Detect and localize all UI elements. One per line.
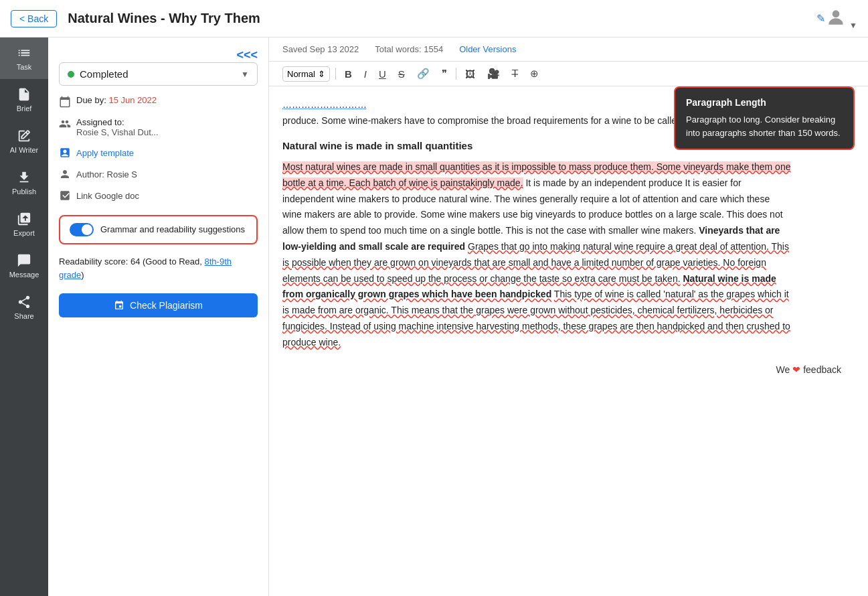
sidebar-share-label: Share	[14, 312, 33, 320]
assigned-names: Rosie S, Vishal Dut...	[76, 127, 159, 137]
italic-button[interactable]: I	[361, 66, 370, 82]
link-gdoc-label: Link Google doc	[76, 191, 139, 201]
check-plagiarism-label: Check Plagiarism	[130, 300, 203, 311]
feedback-text: feedback	[803, 364, 841, 375]
editor-area[interactable]: Paragraph Length Paragraph too long. Con…	[269, 86, 868, 596]
sidebar-item-export[interactable]: Export	[0, 204, 48, 245]
toggle-knob	[82, 224, 92, 235]
due-by-row: Due by: 15 Jun 2022	[59, 95, 258, 108]
sidebar-brief-label: Brief	[17, 104, 32, 113]
sidebar-icons: Task Brief AI Writer Publish Export Mess…	[0, 38, 48, 596]
readability-score: Readability score: 64 (Good to Read, 8th…	[59, 255, 258, 281]
collapse-button[interactable]: <<<	[236, 48, 258, 62]
image-button[interactable]: 🖼	[462, 66, 479, 82]
style-label: Normal	[287, 69, 315, 79]
sidebar-export-label: Export	[13, 229, 35, 237]
assigned-row: Assigned to: Rosie S, Vishal Dut...	[59, 117, 258, 137]
toolbar-divider	[335, 68, 336, 80]
editor-toolbar: Normal ⇕ B I U S 🔗 ❞ 🖼 🎥 T̶ ⊕	[269, 62, 868, 86]
link-gdoc[interactable]: Link Google doc	[59, 190, 258, 202]
sidebar-message-label: Message	[9, 271, 39, 279]
back-label: < Back	[19, 13, 48, 24]
grammar-toggle-box: Grammar and readability suggestions	[59, 215, 258, 244]
user-avatar[interactable]: ▼	[825, 7, 857, 31]
total-words: Total words: 1554	[375, 44, 443, 54]
tooltip-title: Paragraph Length	[686, 97, 843, 108]
sidebar-publish-label: Publish	[12, 188, 36, 196]
toolbar-divider2	[456, 68, 456, 80]
bold-button[interactable]: B	[341, 66, 355, 82]
people-icon	[59, 118, 71, 130]
format-clear-button[interactable]: T̶	[509, 66, 521, 82]
paragraph-length-tooltip: Paragraph Length Paragraph too long. Con…	[674, 86, 855, 150]
sidebar-task-label: Task	[17, 63, 32, 71]
saved-date: Saved Sep 13 2022	[282, 44, 359, 54]
sidebar-item-share[interactable]: Share	[0, 287, 48, 328]
top-header: < Back Natural Wines - Why Try Them ✎ ▼	[0, 0, 868, 38]
readability-label: Readability score:	[59, 256, 128, 267]
heart-icon: ❤	[792, 364, 800, 375]
style-arrows: ⇕	[318, 69, 325, 79]
quote-button[interactable]: ❞	[438, 66, 450, 82]
chevron-down-icon: ▼	[241, 70, 249, 79]
status-dot	[68, 71, 74, 78]
older-versions-link[interactable]: Older Versions	[459, 44, 516, 54]
page-title: Natural Wines - Why Try Them	[68, 11, 812, 26]
sidebar-item-ai-writer[interactable]: AI Writer	[0, 121, 48, 162]
right-content: Saved Sep 13 2022 Total words: 1554 Olde…	[269, 38, 868, 596]
sidebar-aiwriter-label: AI Writer	[10, 146, 39, 154]
grammar-toggle[interactable]	[70, 223, 94, 236]
we-text: We	[776, 364, 790, 375]
left-panel: <<< Completed ▼ Due by: 15 Jun 2022 Assi…	[48, 38, 269, 596]
back-button[interactable]: < Back	[11, 10, 57, 27]
apply-template[interactable]: Apply template	[59, 147, 258, 159]
sidebar-item-publish[interactable]: Publish	[0, 162, 48, 204]
video-button[interactable]: 🎥	[484, 66, 503, 82]
sidebar-item-brief[interactable]: Brief	[0, 79, 48, 121]
due-date: 15 Jun 2022	[108, 95, 157, 105]
link-button[interactable]: 🔗	[414, 66, 433, 82]
editor-meta: Saved Sep 13 2022 Total words: 1554 Olde…	[269, 38, 868, 62]
style-select[interactable]: Normal ⇕	[282, 66, 330, 82]
we-feedback[interactable]: We ❤ feedback	[282, 359, 855, 380]
status-label: Completed	[80, 68, 236, 80]
sidebar-item-message[interactable]: Message	[0, 245, 48, 287]
author-icon	[59, 168, 71, 180]
template-icon	[59, 147, 71, 159]
check-plagiarism-button[interactable]: Check Plagiarism	[59, 293, 258, 317]
author-label: Author: Rosie S	[76, 169, 137, 179]
gdoc-icon	[59, 190, 71, 202]
main-paragraph: Most natural wines are made in small qua…	[282, 159, 791, 351]
underline-button[interactable]: U	[375, 66, 389, 82]
strikethrough-button[interactable]: S	[395, 66, 408, 82]
tooltip-body: Paragraph too long. Consider breaking in…	[686, 113, 843, 139]
due-by-label: Due by:	[76, 95, 106, 105]
calendar-icon	[59, 96, 71, 108]
svg-point-0	[832, 10, 839, 17]
sidebar-item-task[interactable]: Task	[0, 38, 48, 79]
author-row: Author: Rosie S	[59, 168, 258, 180]
readability-value: 64 (Good to Read,	[131, 256, 205, 267]
edit-icon[interactable]: ✎	[816, 12, 825, 25]
insert-button[interactable]: ⊕	[527, 66, 542, 82]
grammar-toggle-label: Grammar and readability suggestions	[100, 224, 245, 236]
apply-template-label: Apply template	[76, 148, 134, 158]
plagiarism-icon	[114, 300, 124, 311]
assigned-label: Assigned to:	[76, 117, 159, 127]
status-dropdown[interactable]: Completed ▼	[59, 62, 258, 86]
